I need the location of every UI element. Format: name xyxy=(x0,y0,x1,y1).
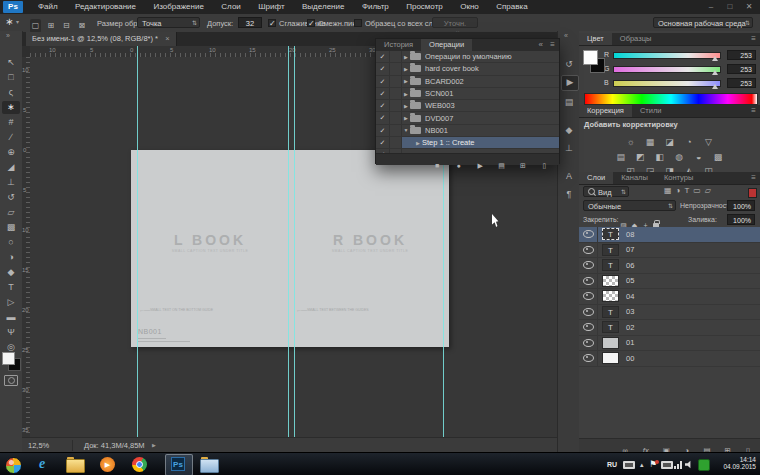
layer-row[interactable]: 04 xyxy=(579,289,760,305)
record-icon[interactable]: ● xyxy=(450,160,467,171)
tab-channels[interactable]: Каналы xyxy=(613,172,656,184)
path-selection-tool[interactable]: ▷ xyxy=(2,296,20,309)
chrome-taskbar-icon[interactable] xyxy=(132,457,147,472)
layer-thumbnail[interactable] xyxy=(602,275,619,287)
close-button[interactable]: ✕ xyxy=(740,0,758,13)
menu-file[interactable]: Файл xyxy=(31,0,64,14)
panel-menu-icon[interactable]: ≡ xyxy=(550,39,555,51)
fill-value[interactable]: 100% xyxy=(727,214,755,225)
action-check-icon[interactable]: ✓ xyxy=(376,137,390,148)
layer-row[interactable]: 01 xyxy=(579,336,760,352)
layer-name[interactable]: 07 xyxy=(626,245,634,254)
red-slider-thumb[interactable] xyxy=(712,56,718,61)
green-slider-thumb[interactable] xyxy=(712,70,718,75)
layer-visibility-icon[interactable] xyxy=(583,261,594,269)
tab-history[interactable]: История xyxy=(376,39,421,51)
actions-panel-icon[interactable]: ▶ xyxy=(561,75,579,91)
photoshop-taskbar-button[interactable]: Ps xyxy=(165,454,193,475)
layer-name[interactable]: 04 xyxy=(626,292,634,301)
language-indicator[interactable]: RU xyxy=(607,461,617,475)
action-modal-toggle[interactable] xyxy=(390,112,402,123)
layer-thumbnail[interactable] xyxy=(602,352,619,364)
volume-tray-icon[interactable] xyxy=(685,460,694,469)
panel-menu-icon[interactable]: ≡ xyxy=(751,33,756,45)
play-action-icon[interactable]: ▶ xyxy=(472,160,489,171)
panel-menu-icon[interactable]: ≡ xyxy=(751,172,756,184)
filter-pixel-layers-icon[interactable]: ▦ xyxy=(664,186,676,195)
layer-visibility-icon[interactable] xyxy=(583,246,594,254)
action-modal-toggle[interactable] xyxy=(390,125,402,136)
action-modal-toggle[interactable] xyxy=(390,51,402,62)
keyboard-tray-icon[interactable] xyxy=(623,461,635,469)
action-check-icon[interactable]: ✓ xyxy=(376,125,390,136)
eyedropper-tool[interactable]: ∕ xyxy=(2,131,20,144)
sample-size-select[interactable]: Точка ⇅ xyxy=(137,17,200,28)
network-tray-icon[interactable] xyxy=(674,461,682,469)
panel-menu-icon[interactable]: ≡ xyxy=(751,105,756,117)
layer-row[interactable]: T02 xyxy=(579,320,760,336)
lasso-tool[interactable]: ς xyxy=(2,86,20,99)
tab-swatches[interactable]: Образцы xyxy=(612,33,660,45)
filter-shape-layers-icon[interactable]: ▭ xyxy=(693,186,705,195)
hand-tool[interactable]: Ψ xyxy=(2,326,20,339)
add-selection-icon[interactable]: ⊞ xyxy=(45,19,56,33)
magic-wand-tool-icon[interactable]: ∗ xyxy=(5,16,13,27)
menu-view[interactable]: Просмотр xyxy=(400,0,450,14)
media-player-taskbar-icon[interactable]: ▶ xyxy=(100,457,115,472)
minimize-button[interactable]: – xyxy=(702,0,720,13)
filter-type-layers-icon[interactable]: T xyxy=(684,186,693,195)
move-tool[interactable]: ↖ xyxy=(2,56,20,69)
brush-tool[interactable]: ◢ xyxy=(2,161,20,174)
toolbar-collapse-icon[interactable]: » xyxy=(6,32,10,39)
action-check-icon[interactable]: ✓ xyxy=(376,76,390,87)
action-modal-toggle[interactable] xyxy=(390,63,402,74)
tab-color[interactable]: Цвет xyxy=(579,33,612,45)
layer-row[interactable]: T06 xyxy=(579,258,760,274)
blue-slider[interactable] xyxy=(613,80,721,87)
disclosure-icon[interactable]: ▶ xyxy=(402,66,410,72)
menu-image[interactable]: Изображение xyxy=(147,0,210,14)
layer-name[interactable]: 05 xyxy=(626,276,634,285)
green-value[interactable]: 253 xyxy=(727,64,756,74)
stop-recording-icon[interactable]: ■ xyxy=(429,160,446,171)
blue-value[interactable]: 253 xyxy=(727,78,756,88)
start-button[interactable] xyxy=(5,457,22,474)
blue-slider-thumb[interactable] xyxy=(712,84,718,89)
refine-edge-button[interactable]: Уточн. край... xyxy=(432,17,478,28)
contiguous-checkbox[interactable]: ✓ xyxy=(307,19,315,27)
action-row-selected[interactable]: ✓▶Step 1 :: Create xyxy=(376,137,559,149)
panel-collapse-icon[interactable]: « xyxy=(539,39,543,51)
action-set-row[interactable]: ✓▶DVD007 xyxy=(376,112,559,124)
layer-row[interactable]: 05 xyxy=(579,274,760,290)
menu-type[interactable]: Шрифт xyxy=(252,0,291,14)
foreground-color-swatch[interactable] xyxy=(2,352,15,365)
paragraph-panel-icon[interactable]: ¶ xyxy=(561,187,577,201)
tab-adjustments[interactable]: Коррекция xyxy=(579,105,632,117)
disclosure-icon[interactable]: ▶ xyxy=(402,115,410,121)
disclosure-icon[interactable]: ▶ xyxy=(402,78,410,84)
delete-action-icon[interactable]: ▯ xyxy=(536,160,553,171)
layer-row[interactable]: T03 xyxy=(579,305,760,321)
action-set-row[interactable]: ✓▼NB001 xyxy=(376,125,559,137)
dock-expand-icon[interactable]: « xyxy=(564,32,568,39)
clone-source-panel-icon[interactable]: ⊥ xyxy=(561,141,577,155)
intersect-selection-icon[interactable]: ⊠ xyxy=(76,19,87,33)
layer-filter-select[interactable]: Вид ⇅ xyxy=(583,186,629,197)
layer-thumbnail[interactable]: T xyxy=(602,244,619,256)
eraser-tool[interactable]: ▱ xyxy=(2,206,20,219)
action-modal-toggle[interactable] xyxy=(390,100,402,111)
menu-edit[interactable]: Редактирование xyxy=(69,0,143,14)
tolerance-input[interactable]: 32 xyxy=(238,17,262,28)
gradient-tool[interactable]: ▩ xyxy=(2,221,20,234)
new-action-icon[interactable]: ⊞ xyxy=(515,160,532,171)
sample-all-layers-checkbox[interactable] xyxy=(354,19,362,27)
marquee-tool[interactable]: □ xyxy=(2,71,20,84)
action-set-row[interactable]: ✓▶SCN001 xyxy=(376,88,559,100)
type-tool[interactable]: T xyxy=(2,281,20,294)
action-modal-toggle[interactable] xyxy=(390,88,402,99)
disclosure-icon[interactable]: ▶ xyxy=(414,140,422,146)
action-set-row[interactable]: ✓▶hard cover book xyxy=(376,63,559,75)
action-set-row[interactable]: ✓▶WEB003 xyxy=(376,100,559,112)
workspace-select[interactable]: Основная рабочая среда ⇅ xyxy=(653,17,753,28)
crop-tool[interactable]: # xyxy=(2,116,20,129)
